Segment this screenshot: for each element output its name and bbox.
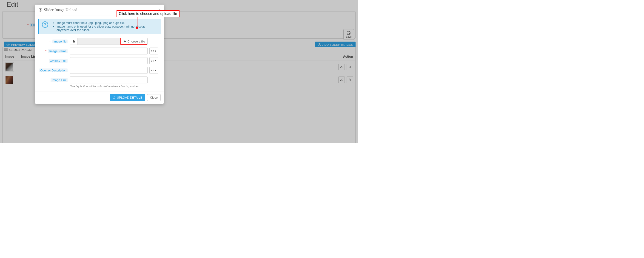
- lang-select[interactable]: en▼: [150, 48, 158, 54]
- overlay-title-label: Overlay Title: [49, 59, 68, 63]
- image-link-label: Image Link: [50, 78, 68, 82]
- caret-down-icon: ▼: [154, 69, 156, 72]
- upload-circle-icon: [38, 8, 42, 12]
- lang-value: en: [151, 50, 154, 52]
- help-text: Overlay button will be only visible when…: [70, 85, 161, 88]
- modal-footer: UPLOAD DETAILS Close: [35, 91, 164, 104]
- overlay-desc-input[interactable]: [70, 67, 148, 74]
- caret-down-icon: ▼: [154, 60, 156, 62]
- lang-select[interactable]: en▼: [150, 67, 158, 74]
- question-icon: ?: [42, 21, 48, 28]
- lang-value: en: [151, 59, 154, 62]
- slider-upload-modal: Slider Image Upload × ? Image must eithe…: [35, 4, 164, 104]
- file-prefix: [70, 38, 78, 44]
- close-button[interactable]: Close: [147, 94, 161, 101]
- file-input-group: Choose a file: [70, 38, 148, 45]
- image-name-label: Image Name: [48, 49, 68, 53]
- lang-select[interactable]: en▼: [150, 57, 158, 64]
- info-item: Image must either be a .jpg, .jpeg, .png…: [56, 21, 158, 24]
- overlay-title-input[interactable]: [70, 57, 148, 64]
- required-asterisk: *: [50, 40, 50, 43]
- upload-icon: [112, 96, 116, 99]
- image-file-label: Image file: [52, 40, 68, 44]
- info-item: Image name only used for the slider stat…: [56, 25, 158, 32]
- close-label: Close: [150, 96, 158, 99]
- image-name-input[interactable]: [70, 48, 148, 54]
- overlay-desc-label: Overlay Description: [39, 68, 68, 72]
- info-alert: ? Image must either be a .jpg, .jpeg, .p…: [38, 18, 161, 34]
- lang-value: en: [151, 69, 154, 72]
- modal-title-text: Slider Image Upload: [44, 8, 77, 12]
- upload-details-button[interactable]: UPLOAD DETAILS: [110, 94, 145, 101]
- folder-open-icon: [123, 40, 126, 43]
- image-link-input[interactable]: [70, 76, 148, 84]
- upload-details-label: UPLOAD DETAILS: [117, 96, 142, 99]
- choose-file-label: Choose a file: [128, 40, 145, 43]
- choose-file-button[interactable]: Choose a file: [121, 38, 147, 44]
- file-name-input: [78, 38, 121, 44]
- required-asterisk: *: [45, 50, 46, 53]
- annotation-label: Click here to choose and upload file: [116, 10, 180, 17]
- file-icon: [72, 40, 75, 43]
- caret-down-icon: ▼: [154, 50, 156, 52]
- annotation-line: [137, 16, 138, 28]
- annotation-arrow-icon: [136, 27, 138, 30]
